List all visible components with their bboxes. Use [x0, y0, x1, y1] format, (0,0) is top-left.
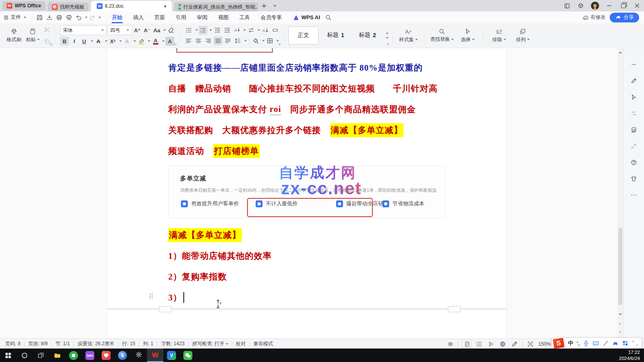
doc-paragraph[interactable]: 2）复购率指数	[168, 266, 272, 287]
web-view-icon[interactable]	[499, 340, 507, 348]
eye-protect-icon[interactable]	[446, 340, 455, 348]
doc-paragraph[interactable]: 频道活动 打店铺榜单	[168, 140, 438, 161]
select-cursor-icon[interactable]	[631, 94, 637, 102]
restore-button[interactable]	[616, 0, 630, 11]
style-标题1[interactable]: 标题1	[321, 27, 350, 44]
decrease-indent-button[interactable]	[213, 26, 222, 35]
status-item-6[interactable]: 字数: 1423	[157, 340, 188, 347]
shading-fill-button[interactable]	[251, 36, 260, 45]
new-tab-button[interactable]	[260, 1, 269, 10]
font-size-select[interactable]: 四号	[107, 25, 132, 35]
help-icon[interactable]	[631, 159, 637, 167]
quickbar-chevron[interactable]	[98, 17, 101, 18]
export-icon[interactable]	[45, 13, 54, 22]
scroll-up-arrow[interactable]	[619, 51, 622, 53]
modified-status[interactable]: 有修改	[582, 14, 606, 21]
bold-button[interactable]: B	[60, 37, 69, 46]
italic-button[interactable]: I	[70, 37, 79, 46]
status-item-5[interactable]: 列: 1	[139, 340, 157, 347]
borders-button[interactable]	[265, 36, 274, 45]
convert-button[interactable]	[247, 26, 256, 35]
minimize-button[interactable]	[602, 0, 616, 11]
outline-view-icon[interactable]	[475, 340, 483, 348]
document-tab-0[interactable]: 稻找稻壳模板	[48, 2, 89, 11]
clipboard-launcher[interactable]	[49, 41, 53, 47]
font-name-select[interactable]: 宋体	[60, 25, 107, 35]
text-direction-button[interactable]: A	[232, 26, 241, 35]
document-tab-1[interactable]: W6.23.doc	[91, 1, 172, 11]
doc-paragraph[interactable]: 关联搭配购 大额优惠券拉升多个链接 满减【多单立减】	[168, 120, 438, 140]
doc-paragraph[interactable]: 利润的产品设置保本支付 roi 同步开通多个商品精选联盟佣金	[168, 99, 438, 120]
sliders-icon[interactable]	[631, 110, 637, 118]
file-menu[interactable]: 文件	[0, 11, 29, 23]
settings-gear-icon[interactable]	[131, 349, 147, 362]
read-mode-icon[interactable]	[487, 340, 495, 348]
previous-page-button[interactable]: «	[618, 321, 623, 326]
bullet-list-button[interactable]	[184, 26, 193, 35]
font-launcher[interactable]	[173, 41, 177, 47]
styles-down-button[interactable]	[386, 37, 388, 39]
status-item-3[interactable]: 设置值: 26.2厘米	[74, 340, 118, 347]
close-button[interactable]	[630, 0, 644, 11]
redo-icon[interactable]	[87, 13, 97, 22]
status-item-2[interactable]: 节: 1/1	[52, 340, 74, 347]
collapse-icon[interactable]	[631, 61, 637, 69]
search-circle-icon[interactable]	[16, 349, 33, 362]
ime-expand-icon[interactable]	[632, 340, 638, 346]
edit-pen-icon[interactable]	[631, 78, 637, 85]
status-item-4[interactable]: 行: 15	[118, 340, 139, 347]
skin-shirt-icon[interactable]	[631, 175, 637, 183]
underline-button[interactable]: U	[80, 37, 89, 46]
taskbar-clock[interactable]: 17:22 2024/6/24	[619, 349, 644, 361]
user-avatar[interactable]	[591, 2, 599, 10]
find-replace-button[interactable]: 查找替换	[428, 25, 455, 46]
status-item-8[interactable]: 校对	[232, 340, 250, 347]
doc-paragraph[interactable]: 肯定是多链接——店铺里面全店动销率指数高于 80%是加权重的	[168, 57, 438, 78]
edit-mode-icon[interactable]	[510, 340, 519, 348]
home-tab[interactable]: W WPS Office	[2, 1, 45, 10]
tab-list-chevron[interactable]	[270, 1, 279, 10]
menu-tab-插入[interactable]: 插入	[128, 11, 149, 23]
red-app-icon[interactable]	[98, 349, 114, 362]
menu-tab-页面[interactable]: 页面	[149, 11, 170, 23]
cut-icon[interactable]	[42, 25, 51, 34]
clear-format-icon[interactable]	[167, 26, 176, 35]
ime-keyboard-icon[interactable]	[593, 340, 599, 346]
ime-mode-chinese[interactable]: 中	[568, 340, 573, 347]
outline-effect-button[interactable]: A	[123, 37, 131, 46]
numbered-list-button[interactable]: 12	[198, 26, 207, 35]
paste-button[interactable]: 粘贴	[24, 25, 42, 46]
status-item-7[interactable]: 拼写检查: 打开	[189, 340, 232, 347]
zoom-level[interactable]: 150%	[538, 341, 551, 347]
status-item-1[interactable]: 页面: 8/9	[25, 340, 51, 347]
style-正文[interactable]: 正文	[288, 27, 319, 44]
line-spacing-button[interactable]	[233, 36, 242, 45]
save-icon[interactable]	[35, 13, 45, 22]
status-item-0[interactable]: 页码: 8	[2, 340, 24, 347]
format-painter-button[interactable]: 格式刷	[5, 25, 23, 46]
print-preview-icon[interactable]	[64, 13, 74, 22]
iam-app-icon[interactable]: iam	[82, 349, 98, 362]
font-color-button[interactable]: A	[151, 37, 160, 46]
workspace-cube-icon[interactable]	[574, 0, 588, 11]
ime-punctuation[interactable]: ’,	[577, 340, 579, 346]
align-center-button[interactable]	[194, 36, 203, 45]
superscript-button[interactable]: X²	[108, 37, 117, 46]
align-left-button[interactable]	[184, 36, 193, 45]
file-explorer-icon[interactable]	[49, 349, 65, 362]
text-effect-button[interactable]: Aa	[152, 26, 161, 35]
menu-tab-工具[interactable]: 工具	[234, 11, 255, 23]
wechat-app-icon[interactable]	[180, 349, 196, 362]
menu-tab-开始[interactable]: 开始	[107, 11, 128, 23]
style-set-button[interactable]: A 样式集	[397, 25, 420, 46]
paragraph-drag-handle[interactable]	[149, 293, 153, 299]
sogou-logo-icon[interactable]: S	[552, 337, 566, 350]
undo-icon[interactable]	[74, 13, 84, 22]
sort-button[interactable]: A	[261, 26, 270, 35]
styles-launcher[interactable]	[386, 41, 390, 47]
task-view-icon[interactable]	[33, 349, 49, 362]
fit-page-icon[interactable]	[526, 340, 535, 348]
highlight-color-button[interactable]	[137, 37, 146, 46]
print-icon[interactable]	[54, 13, 64, 22]
document-page[interactable]: 肯定是多链接——店铺里面全店动销率指数高于 80%是加权重的自播 赠品动销 随心…	[107, 48, 506, 338]
